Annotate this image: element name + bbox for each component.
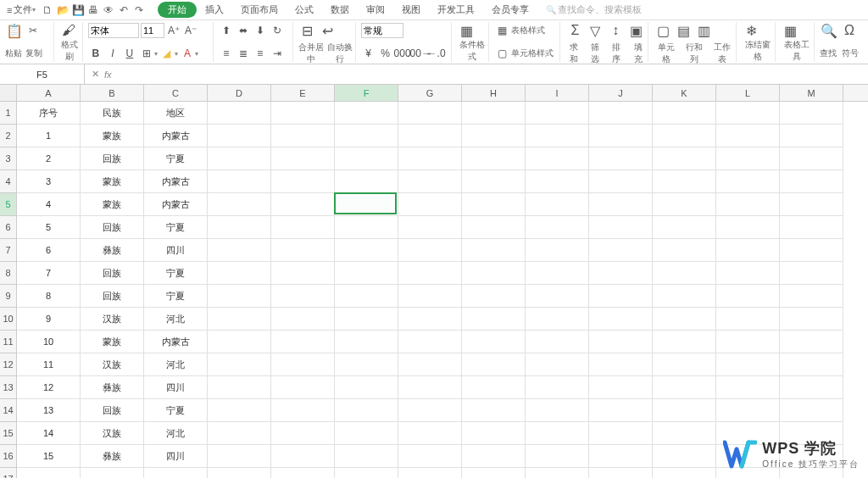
cell-B8[interactable]: 回族: [81, 262, 144, 285]
cell-C16[interactable]: 四川: [144, 445, 208, 468]
cell-F15[interactable]: [335, 422, 398, 445]
cell-C4[interactable]: 内蒙古: [144, 170, 208, 193]
col-header-D[interactable]: D: [208, 85, 271, 101]
cell-I6[interactable]: [526, 216, 589, 239]
cell-C2[interactable]: 内蒙古: [144, 125, 208, 147]
row-header-14[interactable]: 14: [0, 399, 17, 422]
row-header-5[interactable]: 5: [0, 193, 17, 216]
cell-H12[interactable]: [462, 353, 526, 376]
align-right-icon[interactable]: ≡: [253, 46, 268, 61]
cell-F17[interactable]: [335, 468, 398, 478]
cell-style-label[interactable]: 单元格样式: [511, 47, 554, 59]
cell-G8[interactable]: [398, 262, 462, 285]
cell-K2[interactable]: [653, 125, 716, 147]
wrap-icon[interactable]: ↩: [319, 19, 337, 42]
cell-B9[interactable]: 回族: [81, 285, 144, 308]
cell-K8[interactable]: [653, 262, 716, 285]
cell-H15[interactable]: [462, 422, 526, 445]
row-header-2[interactable]: 2: [0, 125, 17, 147]
paste-icon[interactable]: 📋: [5, 19, 24, 42]
cell-F13[interactable]: [335, 376, 398, 399]
sum-icon[interactable]: Σ: [565, 19, 584, 42]
cell-K6[interactable]: [653, 216, 716, 239]
row-header-1[interactable]: 1: [0, 102, 17, 125]
cell-K9[interactable]: [653, 285, 716, 308]
cell-H11[interactable]: [462, 331, 526, 353]
fill-color-icon[interactable]: ◢: [159, 46, 175, 61]
cell-G17[interactable]: [398, 468, 462, 478]
increase-decimal-icon[interactable]: .00→: [412, 46, 427, 61]
col-header-K[interactable]: K: [653, 85, 716, 101]
cell-I4[interactable]: [526, 170, 589, 193]
cell-H1[interactable]: [462, 102, 526, 125]
tab-layout[interactable]: 页面布局: [232, 1, 287, 19]
cell-C14[interactable]: 宁夏: [144, 399, 208, 422]
currency-icon[interactable]: ¥: [361, 46, 376, 61]
row-header-8[interactable]: 8: [0, 262, 17, 285]
cell-K3[interactable]: [653, 147, 716, 170]
sheet-icon[interactable]: ▥: [694, 19, 713, 42]
cell-M10[interactable]: [780, 308, 843, 331]
tab-insert[interactable]: 插入: [197, 1, 232, 19]
align-left-icon[interactable]: ≡: [219, 46, 234, 61]
cell-A14[interactable]: 13: [17, 399, 81, 422]
cell-G2[interactable]: [398, 125, 462, 147]
cell-I13[interactable]: [526, 376, 589, 399]
command-search[interactable]: 查找命令、搜索模板: [546, 3, 642, 16]
cell-H3[interactable]: [462, 147, 526, 170]
cell-E1[interactable]: [271, 102, 335, 125]
cell-H13[interactable]: [462, 376, 526, 399]
cell-E16[interactable]: [271, 445, 335, 468]
filter-icon[interactable]: ▽: [586, 19, 604, 42]
cell-B14[interactable]: 回族: [81, 399, 144, 422]
cell-D5[interactable]: [208, 193, 271, 216]
cell-E11[interactable]: [271, 331, 335, 353]
cell-G13[interactable]: [398, 376, 462, 399]
cell-style-icon[interactable]: ▢: [494, 46, 509, 61]
cell-A5[interactable]: 4: [17, 193, 81, 216]
cell-A6[interactable]: 5: [17, 216, 81, 239]
cell-G16[interactable]: [398, 445, 462, 468]
cell-D9[interactable]: [208, 285, 271, 308]
cell-G15[interactable]: [398, 422, 462, 445]
col-header-I[interactable]: I: [526, 85, 589, 101]
cell-E3[interactable]: [271, 147, 335, 170]
cell-D10[interactable]: [208, 308, 271, 331]
cell-F16[interactable]: [335, 445, 398, 468]
cell-L4[interactable]: [716, 170, 780, 193]
italic-button[interactable]: I: [105, 46, 120, 61]
cell-icon[interactable]: ▢: [654, 19, 672, 42]
cell-H17[interactable]: [462, 468, 526, 478]
cell-A2[interactable]: 1: [17, 125, 81, 147]
cell-B7[interactable]: 彝族: [81, 239, 144, 262]
cell-H5[interactable]: [462, 193, 526, 216]
cell-M9[interactable]: [780, 285, 843, 308]
cell-B16[interactable]: 彝族: [81, 445, 144, 468]
cell-A11[interactable]: 10: [17, 331, 81, 353]
cell-J3[interactable]: [589, 147, 653, 170]
name-box[interactable]: F5: [0, 64, 85, 84]
cell-G7[interactable]: [398, 239, 462, 262]
cell-J14[interactable]: [589, 399, 653, 422]
cell-E15[interactable]: [271, 422, 335, 445]
cell-K13[interactable]: [653, 376, 716, 399]
cell-K14[interactable]: [653, 399, 716, 422]
row-header-6[interactable]: 6: [0, 216, 17, 239]
find-icon[interactable]: 🔍: [820, 19, 838, 42]
cell-H16[interactable]: [462, 445, 526, 468]
cell-M14[interactable]: [780, 399, 843, 422]
cell-F7[interactable]: [335, 239, 398, 262]
cell-B12[interactable]: 汉族: [81, 353, 144, 376]
cell-J10[interactable]: [589, 308, 653, 331]
cell-H8[interactable]: [462, 262, 526, 285]
cell-D17[interactable]: [208, 468, 271, 478]
cell-K12[interactable]: [653, 353, 716, 376]
cell-K17[interactable]: [653, 468, 716, 478]
cell-C7[interactable]: 四川: [144, 239, 208, 262]
cell-B15[interactable]: 汉族: [81, 422, 144, 445]
cell-C12[interactable]: 河北: [144, 353, 208, 376]
cell-E9[interactable]: [271, 285, 335, 308]
cell-D1[interactable]: [208, 102, 271, 125]
cell-K1[interactable]: [653, 102, 716, 125]
cell-G11[interactable]: [398, 331, 462, 353]
